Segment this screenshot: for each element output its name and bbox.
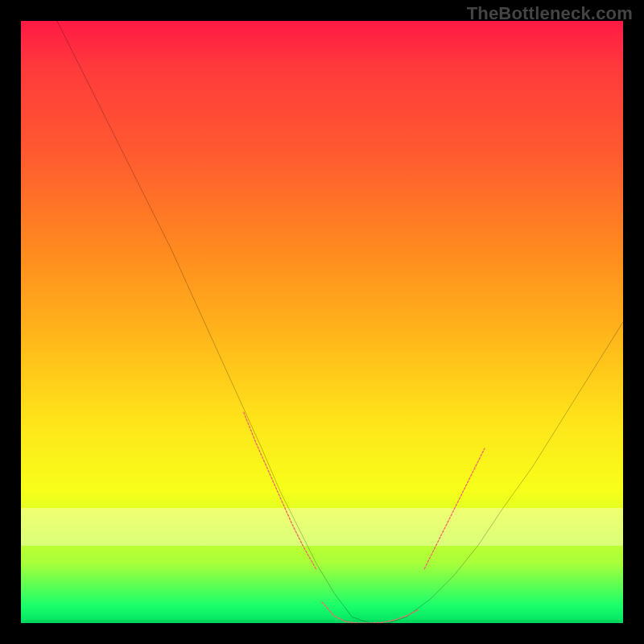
- ascent-dash-segment: [424, 448, 485, 569]
- valley-dash-segment: [322, 602, 419, 623]
- bottleneck-curve: [57, 21, 623, 623]
- chart-container: TheBottleneck.com: [0, 0, 644, 644]
- watermark-text: TheBottleneck.com: [467, 3, 633, 24]
- plot-area: [21, 21, 623, 623]
- chart-svg: [21, 21, 623, 623]
